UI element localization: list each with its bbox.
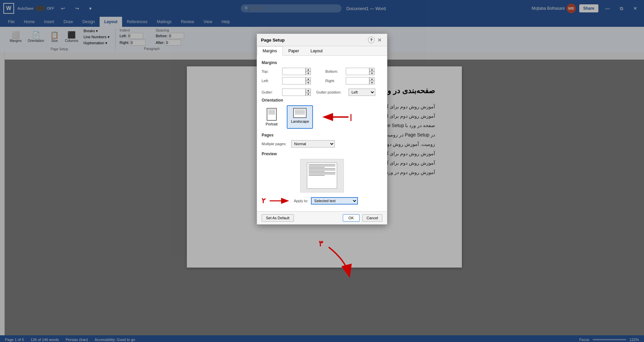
modal-overlay: Page Setup ? ✕ Margins Paper Layout Marg… [0, 0, 644, 342]
margin-right-row: Right: 1" ▲ ▼ [325, 77, 382, 84]
margin-top-spinbtns: ▲ ▼ [306, 68, 311, 75]
margin-left-input[interactable]: 1" [282, 77, 306, 84]
preview-label: Preview [262, 152, 382, 156]
margin-top-input[interactable]: 1" [282, 68, 306, 75]
gutter-pos-label: Gutter position: [316, 90, 346, 94]
annotation-number-2: ۲ [262, 196, 266, 205]
gutter-spinbtns: ▲ ▼ [306, 89, 311, 96]
margins-section-label: Margins [262, 60, 382, 65]
preview-line-1 [309, 164, 335, 165]
pages-section-label: Pages [262, 133, 382, 137]
orientation-buttons: Portrait Landscape [262, 105, 382, 129]
cancel-button[interactable]: Cancel [362, 214, 382, 222]
margin-left-down[interactable]: ▼ [306, 81, 311, 84]
preview-line-6 [309, 171, 325, 172]
dialog-tabs: Margins Paper Layout [257, 46, 387, 56]
margin-bottom-spin: 1" ▲ ▼ [346, 68, 375, 75]
preview-line-2 [309, 166, 335, 166]
dialog-tab-margins[interactable]: Margins [257, 46, 283, 56]
preview-line-8 [309, 174, 335, 174]
margin-top-row: Top: 1" ▲ ▼ [262, 68, 319, 75]
gutter-up[interactable]: ▲ [306, 89, 311, 92]
margin-top-up[interactable]: ▲ [306, 68, 311, 71]
margin-bottom-up[interactable]: ▲ [369, 68, 375, 71]
margin-bottom-down[interactable]: ▼ [369, 71, 375, 75]
landscape-label: Landscape [291, 119, 309, 123]
gutter-input[interactable]: 0" [282, 89, 306, 96]
pages-row: Multiple pages: Normal Mirror margins 2 … [262, 140, 382, 148]
gutter-row: Gutter: 0" ▲ ▼ Gutter position: Left Top… [262, 89, 382, 96]
multiple-pages-label: Multiple pages: [262, 142, 288, 146]
margin-right-spinbtns: ▲ ▼ [369, 77, 375, 84]
arrow-annotation-1: | [322, 105, 352, 129]
preview-line-3 [309, 167, 325, 168]
multiple-pages-select[interactable]: Normal Mirror margins 2 pages per sheet … [291, 140, 335, 148]
margin-bottom-input[interactable]: 1" [346, 68, 369, 75]
margin-bottom-row: Bottom: 1" ▲ ▼ [325, 68, 382, 75]
dialog-footer-right: OK Cancel [343, 214, 382, 222]
margin-right-label: Right: [325, 79, 344, 83]
dialog-help-button[interactable]: ? [368, 37, 375, 43]
svg-text:۳: ۳ [319, 240, 323, 248]
page-setup-dialog: Page Setup ? ✕ Margins Paper Layout Marg… [257, 34, 387, 225]
preview-page [307, 163, 337, 189]
margin-top-label: Top: [262, 69, 280, 73]
dialog-footer: Set As Default OK Cancel [257, 211, 387, 224]
dialog-body: Margins Top: 1" ▲ ▼ Bottom: [257, 56, 387, 211]
margin-bottom-spinbtns: ▲ ▼ [369, 68, 375, 75]
margin-top-down[interactable]: ▼ [306, 71, 311, 75]
dialog-title-text: Page Setup [261, 38, 285, 43]
gutter-pos-select[interactable]: Left Top Right [348, 89, 375, 96]
annotation-1: | [350, 113, 352, 121]
margin-right-spin: 1" ▲ ▼ [346, 77, 375, 84]
set-as-default-button[interactable]: Set As Default [262, 214, 294, 222]
margin-left-up[interactable]: ▲ [306, 77, 311, 81]
gutter-down[interactable]: ▼ [306, 92, 311, 96]
landscape-icon [293, 108, 307, 118]
dialog-close-button[interactable]: ✕ [376, 37, 383, 43]
landscape-button[interactable]: Landscape [287, 105, 313, 129]
preview-line-5 [309, 170, 335, 170]
preview-line-7 [309, 172, 335, 173]
apply-row: ۲ Apply to: Selected text Whole document… [262, 196, 382, 205]
ok-button[interactable]: OK [343, 214, 360, 222]
margin-left-spinbtns: ▲ ▼ [306, 77, 311, 84]
preview-box [300, 159, 344, 192]
margins-form-grid: Top: 1" ▲ ▼ Bottom: 1" ▲ [262, 68, 382, 84]
apply-label: Apply to: [294, 199, 308, 203]
orientation-label: Orientation [262, 98, 382, 103]
portrait-icon [267, 108, 277, 121]
margin-right-up[interactable]: ▲ [369, 77, 375, 81]
arrow-2 [270, 197, 290, 204]
pages-section: Pages Multiple pages: Normal Mirror marg… [262, 133, 382, 148]
apply-to-select[interactable]: Selected text Whole document This point … [311, 197, 358, 205]
dialog-tab-paper[interactable]: Paper [283, 46, 305, 56]
margin-top-spin: 1" ▲ ▼ [282, 68, 311, 75]
orientation-section: Orientation Portrait Landscape [262, 98, 382, 129]
portrait-button[interactable]: Portrait [262, 105, 281, 129]
margin-left-label: Left: [262, 79, 280, 83]
gutter-label: Gutter: [262, 90, 280, 94]
margin-bottom-label: Bottom: [325, 69, 344, 73]
margin-right-input[interactable]: 1" [346, 77, 369, 84]
margin-left-row: Left: 1" ▲ ▼ [262, 77, 319, 84]
preview-line-9 [309, 175, 325, 176]
margin-left-spin: 1" ▲ ▼ [282, 77, 311, 84]
dialog-tab-layout[interactable]: Layout [305, 46, 328, 56]
portrait-label: Portrait [266, 122, 277, 126]
dialog-title-bar: Page Setup ? ✕ [257, 34, 387, 46]
arrow-annotation-3: ۳ [319, 240, 359, 282]
margin-right-down[interactable]: ▼ [369, 81, 375, 84]
preview-section: Preview [262, 152, 382, 192]
gutter-spin: 0" ▲ ▼ [282, 89, 311, 96]
preview-line-4 [309, 168, 335, 169]
